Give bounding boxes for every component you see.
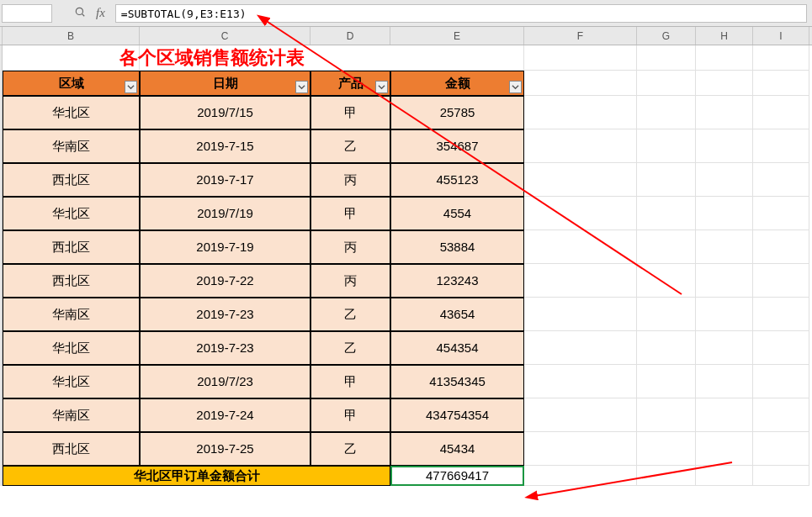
expand-icon[interactable] <box>74 6 86 20</box>
cell-date[interactable]: 2019/7/19 <box>140 197 310 230</box>
cell-product[interactable]: 甲 <box>310 398 390 432</box>
table-row: 华南区2019-7-23乙43654 <box>0 298 812 331</box>
col-header-c[interactable]: C <box>140 27 310 45</box>
cell-region[interactable]: 华南区 <box>3 298 140 331</box>
summary-value: 477669417 <box>426 468 489 483</box>
name-box[interactable] <box>2 4 52 23</box>
header-product[interactable]: 产品 <box>310 71 390 96</box>
table-header-row: 区域 日期 产品 金额 <box>0 71 812 96</box>
svg-point-0 <box>76 8 82 14</box>
cell-amount[interactable]: 53884 <box>390 230 524 264</box>
filter-button-product[interactable] <box>375 81 388 93</box>
col-header-i[interactable]: I <box>753 27 809 45</box>
cell-product[interactable]: 甲 <box>310 197 390 230</box>
fx-icon[interactable]: fx <box>96 6 105 20</box>
cell-amount[interactable]: 455123 <box>390 163 524 197</box>
title-row: 各个区域销售额统计表 <box>0 45 812 71</box>
table-row: 华北区2019/7/15甲25785 <box>0 96 812 129</box>
table-row: 西北区2019-7-17丙455123 <box>0 163 812 197</box>
table-row: 华南区2019-7-15乙354687 <box>0 129 812 163</box>
cell-amount[interactable]: 43654 <box>390 298 524 331</box>
svg-line-1 <box>82 13 84 16</box>
cell-region[interactable]: 华北区 <box>3 365 140 398</box>
summary-value-cell[interactable]: 477669417 <box>390 466 524 486</box>
col-header-g[interactable]: G <box>637 27 696 45</box>
cell-region[interactable]: 华北区 <box>3 331 140 365</box>
cell-date[interactable]: 2019-7-23 <box>140 298 310 331</box>
table-row: 华南区2019-7-24甲434754354 <box>0 398 812 432</box>
page-title: 各个区域销售额统计表 <box>119 45 305 71</box>
cell-product[interactable]: 乙 <box>310 129 390 163</box>
cell-date[interactable]: 2019-7-15 <box>140 129 310 163</box>
cell-amount[interactable]: 123243 <box>390 264 524 298</box>
cell-region[interactable]: 西北区 <box>3 432 140 466</box>
cell-date[interactable]: 2019-7-25 <box>140 432 310 466</box>
sheet-grid[interactable]: 各个区域销售额统计表 区域 日期 产品 金额 <box>0 45 812 486</box>
col-header-b[interactable]: B <box>3 27 140 45</box>
column-headers: B C D E F G H I <box>0 27 812 45</box>
table-row: 华北区2019-7-23乙454354 <box>0 331 812 365</box>
cell-amount[interactable]: 25785 <box>390 96 524 129</box>
cell-region[interactable]: 华北区 <box>3 96 140 129</box>
cell-region[interactable]: 华南区 <box>3 129 140 163</box>
header-amount[interactable]: 金额 <box>390 71 524 96</box>
cell-amount[interactable]: 434754354 <box>390 398 524 432</box>
col-header-h[interactable]: H <box>696 27 753 45</box>
cell-date[interactable]: 2019/7/15 <box>140 96 310 129</box>
header-date[interactable]: 日期 <box>140 71 310 96</box>
cell-date[interactable]: 2019-7-24 <box>140 398 310 432</box>
table-row: 华北区2019/7/19甲4554 <box>0 197 812 230</box>
filter-button-amount[interactable] <box>509 81 522 93</box>
header-product-label: 产品 <box>338 76 364 90</box>
header-amount-label: 金额 <box>445 76 470 90</box>
cell-region[interactable]: 华北区 <box>3 197 140 230</box>
cell-product[interactable]: 甲 <box>310 96 390 129</box>
cell-product[interactable]: 乙 <box>310 298 390 331</box>
cell-date[interactable]: 2019-7-22 <box>140 264 310 298</box>
table-row: 西北区2019-7-25乙45434 <box>0 432 812 466</box>
cell-date[interactable]: 2019-7-17 <box>140 163 310 197</box>
cell-product[interactable]: 乙 <box>310 331 390 365</box>
cell-product[interactable]: 丙 <box>310 264 390 298</box>
cell-amount[interactable]: 41354345 <box>390 365 524 398</box>
summary-row: 华北区甲订单金额合计 477669417 <box>0 466 812 486</box>
cell-amount[interactable]: 354687 <box>390 129 524 163</box>
cell-amount[interactable]: 4554 <box>390 197 524 230</box>
cell-product[interactable]: 丙 <box>310 230 390 264</box>
cell-date[interactable]: 2019/7/23 <box>140 365 310 398</box>
cell-amount[interactable]: 454354 <box>390 331 524 365</box>
filter-button-date[interactable] <box>295 81 308 93</box>
cell-region[interactable]: 西北区 <box>3 230 140 264</box>
col-header-e[interactable]: E <box>390 27 524 45</box>
cell-date[interactable]: 2019-7-23 <box>140 331 310 365</box>
cell-region[interactable]: 西北区 <box>3 163 140 197</box>
table-row: 西北区2019-7-19丙53884 <box>0 230 812 264</box>
filter-button-region[interactable] <box>125 81 137 93</box>
table-row: 华北区2019/7/23甲41354345 <box>0 365 812 398</box>
col-header-f[interactable]: F <box>524 27 637 45</box>
cell-region[interactable]: 华南区 <box>3 398 140 432</box>
formula-bar: fx =SUBTOTAL(9,E3:E13) <box>0 0 812 27</box>
cell-region[interactable]: 西北区 <box>3 264 140 298</box>
cell-date[interactable]: 2019-7-19 <box>140 230 310 264</box>
cell-product[interactable]: 甲 <box>310 365 390 398</box>
header-date-label: 日期 <box>213 76 238 90</box>
cell-amount[interactable]: 45434 <box>390 432 524 466</box>
summary-label-cell[interactable]: 华北区甲订单金额合计 <box>3 466 390 486</box>
col-header-d[interactable]: D <box>310 27 390 45</box>
header-region-label: 区域 <box>59 76 84 90</box>
formula-bar-icons: fx <box>69 6 110 20</box>
cell-product[interactable]: 乙 <box>310 432 390 466</box>
cell-product[interactable]: 丙 <box>310 163 390 197</box>
formula-input[interactable]: =SUBTOTAL(9,E3:E13) <box>115 4 807 23</box>
header-region[interactable]: 区域 <box>3 71 140 96</box>
summary-label: 华北区甲订单金额合计 <box>134 468 260 483</box>
table-row: 西北区2019-7-22丙123243 <box>0 264 812 298</box>
